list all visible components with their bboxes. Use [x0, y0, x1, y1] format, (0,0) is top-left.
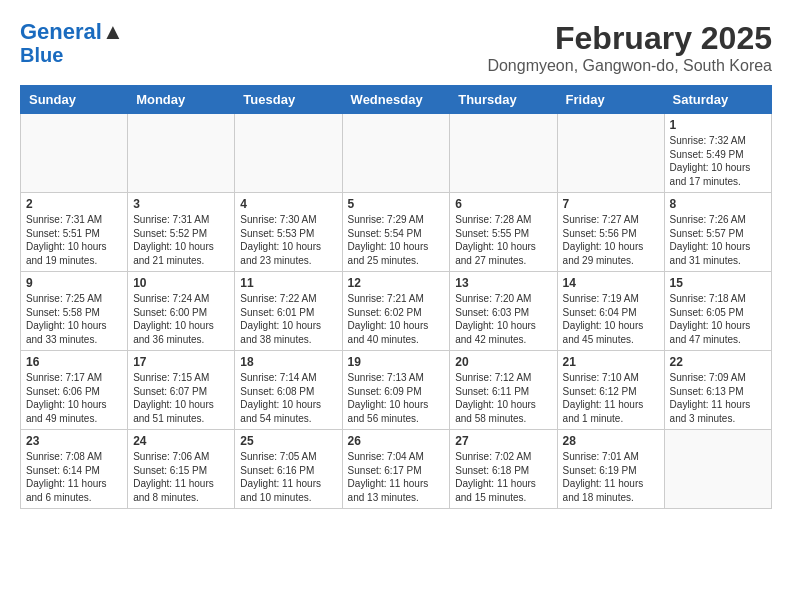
day-info: Sunrise: 7:22 AM Sunset: 6:01 PM Dayligh…: [240, 292, 336, 346]
day-number: 18: [240, 355, 336, 369]
weekday-header-row: SundayMondayTuesdayWednesdayThursdayFrid…: [21, 86, 772, 114]
day-info: Sunrise: 7:25 AM Sunset: 5:58 PM Dayligh…: [26, 292, 122, 346]
calendar-subtitle: Dongmyeon, Gangwon-do, South Korea: [487, 57, 772, 75]
day-info: Sunrise: 7:13 AM Sunset: 6:09 PM Dayligh…: [348, 371, 445, 425]
day-info: Sunrise: 7:02 AM Sunset: 6:18 PM Dayligh…: [455, 450, 551, 504]
day-number: 13: [455, 276, 551, 290]
weekday-header-tuesday: Tuesday: [235, 86, 342, 114]
day-info: Sunrise: 7:29 AM Sunset: 5:54 PM Dayligh…: [348, 213, 445, 267]
calendar-cell: 3Sunrise: 7:31 AM Sunset: 5:52 PM Daylig…: [128, 193, 235, 272]
day-number: 23: [26, 434, 122, 448]
day-number: 14: [563, 276, 659, 290]
day-info: Sunrise: 7:12 AM Sunset: 6:11 PM Dayligh…: [455, 371, 551, 425]
calendar-cell: 7Sunrise: 7:27 AM Sunset: 5:56 PM Daylig…: [557, 193, 664, 272]
day-number: 15: [670, 276, 766, 290]
calendar-cell: 5Sunrise: 7:29 AM Sunset: 5:54 PM Daylig…: [342, 193, 450, 272]
page-header: General▲ Blue February 2025 Dongmyeon, G…: [20, 20, 772, 75]
calendar-week-2: 2Sunrise: 7:31 AM Sunset: 5:51 PM Daylig…: [21, 193, 772, 272]
calendar-cell: 14Sunrise: 7:19 AM Sunset: 6:04 PM Dayli…: [557, 272, 664, 351]
calendar-cell: 26Sunrise: 7:04 AM Sunset: 6:17 PM Dayli…: [342, 430, 450, 509]
day-number: 27: [455, 434, 551, 448]
day-info: Sunrise: 7:06 AM Sunset: 6:15 PM Dayligh…: [133, 450, 229, 504]
day-info: Sunrise: 7:14 AM Sunset: 6:08 PM Dayligh…: [240, 371, 336, 425]
day-number: 19: [348, 355, 445, 369]
day-number: 11: [240, 276, 336, 290]
day-info: Sunrise: 7:30 AM Sunset: 5:53 PM Dayligh…: [240, 213, 336, 267]
calendar-cell: 2Sunrise: 7:31 AM Sunset: 5:51 PM Daylig…: [21, 193, 128, 272]
day-number: 4: [240, 197, 336, 211]
day-info: Sunrise: 7:15 AM Sunset: 6:07 PM Dayligh…: [133, 371, 229, 425]
logo: General▲ Blue: [20, 20, 124, 66]
day-number: 9: [26, 276, 122, 290]
calendar-cell: 28Sunrise: 7:01 AM Sunset: 6:19 PM Dayli…: [557, 430, 664, 509]
day-number: 21: [563, 355, 659, 369]
logo-text-blue: Blue: [20, 44, 63, 66]
day-number: 10: [133, 276, 229, 290]
calendar-week-1: 1Sunrise: 7:32 AM Sunset: 5:49 PM Daylig…: [21, 114, 772, 193]
day-info: Sunrise: 7:26 AM Sunset: 5:57 PM Dayligh…: [670, 213, 766, 267]
calendar-cell: 18Sunrise: 7:14 AM Sunset: 6:08 PM Dayli…: [235, 351, 342, 430]
calendar-cell: 4Sunrise: 7:30 AM Sunset: 5:53 PM Daylig…: [235, 193, 342, 272]
day-number: 7: [563, 197, 659, 211]
day-number: 20: [455, 355, 551, 369]
calendar-cell: [128, 114, 235, 193]
weekday-header-thursday: Thursday: [450, 86, 557, 114]
day-number: 6: [455, 197, 551, 211]
calendar-cell: 13Sunrise: 7:20 AM Sunset: 6:03 PM Dayli…: [450, 272, 557, 351]
day-number: 24: [133, 434, 229, 448]
day-number: 16: [26, 355, 122, 369]
weekday-header-friday: Friday: [557, 86, 664, 114]
day-number: 22: [670, 355, 766, 369]
calendar-cell: 9Sunrise: 7:25 AM Sunset: 5:58 PM Daylig…: [21, 272, 128, 351]
calendar-cell: 22Sunrise: 7:09 AM Sunset: 6:13 PM Dayli…: [664, 351, 771, 430]
calendar-cell: 27Sunrise: 7:02 AM Sunset: 6:18 PM Dayli…: [450, 430, 557, 509]
calendar-table: SundayMondayTuesdayWednesdayThursdayFrid…: [20, 85, 772, 509]
day-number: 17: [133, 355, 229, 369]
weekday-header-sunday: Sunday: [21, 86, 128, 114]
title-area: February 2025 Dongmyeon, Gangwon-do, Sou…: [487, 20, 772, 75]
day-info: Sunrise: 7:08 AM Sunset: 6:14 PM Dayligh…: [26, 450, 122, 504]
day-number: 5: [348, 197, 445, 211]
calendar-cell: 11Sunrise: 7:22 AM Sunset: 6:01 PM Dayli…: [235, 272, 342, 351]
calendar-cell: 16Sunrise: 7:17 AM Sunset: 6:06 PM Dayli…: [21, 351, 128, 430]
calendar-cell: 25Sunrise: 7:05 AM Sunset: 6:16 PM Dayli…: [235, 430, 342, 509]
day-number: 2: [26, 197, 122, 211]
day-number: 28: [563, 434, 659, 448]
day-info: Sunrise: 7:01 AM Sunset: 6:19 PM Dayligh…: [563, 450, 659, 504]
day-info: Sunrise: 7:24 AM Sunset: 6:00 PM Dayligh…: [133, 292, 229, 346]
calendar-cell: 24Sunrise: 7:06 AM Sunset: 6:15 PM Dayli…: [128, 430, 235, 509]
day-info: Sunrise: 7:19 AM Sunset: 6:04 PM Dayligh…: [563, 292, 659, 346]
calendar-cell: [235, 114, 342, 193]
day-info: Sunrise: 7:17 AM Sunset: 6:06 PM Dayligh…: [26, 371, 122, 425]
calendar-week-3: 9Sunrise: 7:25 AM Sunset: 5:58 PM Daylig…: [21, 272, 772, 351]
calendar-cell: [21, 114, 128, 193]
day-info: Sunrise: 7:04 AM Sunset: 6:17 PM Dayligh…: [348, 450, 445, 504]
day-info: Sunrise: 7:27 AM Sunset: 5:56 PM Dayligh…: [563, 213, 659, 267]
calendar-cell: 17Sunrise: 7:15 AM Sunset: 6:07 PM Dayli…: [128, 351, 235, 430]
day-number: 26: [348, 434, 445, 448]
calendar-cell: 19Sunrise: 7:13 AM Sunset: 6:09 PM Dayli…: [342, 351, 450, 430]
weekday-header-saturday: Saturday: [664, 86, 771, 114]
calendar-cell: [342, 114, 450, 193]
calendar-week-4: 16Sunrise: 7:17 AM Sunset: 6:06 PM Dayli…: [21, 351, 772, 430]
day-info: Sunrise: 7:18 AM Sunset: 6:05 PM Dayligh…: [670, 292, 766, 346]
calendar-cell: 15Sunrise: 7:18 AM Sunset: 6:05 PM Dayli…: [664, 272, 771, 351]
calendar-cell: 1Sunrise: 7:32 AM Sunset: 5:49 PM Daylig…: [664, 114, 771, 193]
calendar-cell: 10Sunrise: 7:24 AM Sunset: 6:00 PM Dayli…: [128, 272, 235, 351]
day-info: Sunrise: 7:28 AM Sunset: 5:55 PM Dayligh…: [455, 213, 551, 267]
day-number: 3: [133, 197, 229, 211]
calendar-cell: 12Sunrise: 7:21 AM Sunset: 6:02 PM Dayli…: [342, 272, 450, 351]
day-info: Sunrise: 7:31 AM Sunset: 5:52 PM Dayligh…: [133, 213, 229, 267]
calendar-cell: 21Sunrise: 7:10 AM Sunset: 6:12 PM Dayli…: [557, 351, 664, 430]
day-info: Sunrise: 7:09 AM Sunset: 6:13 PM Dayligh…: [670, 371, 766, 425]
day-number: 12: [348, 276, 445, 290]
day-info: Sunrise: 7:32 AM Sunset: 5:49 PM Dayligh…: [670, 134, 766, 188]
calendar-cell: 8Sunrise: 7:26 AM Sunset: 5:57 PM Daylig…: [664, 193, 771, 272]
calendar-cell: [450, 114, 557, 193]
weekday-header-monday: Monday: [128, 86, 235, 114]
calendar-cell: [664, 430, 771, 509]
day-number: 25: [240, 434, 336, 448]
calendar-cell: 23Sunrise: 7:08 AM Sunset: 6:14 PM Dayli…: [21, 430, 128, 509]
weekday-header-wednesday: Wednesday: [342, 86, 450, 114]
day-info: Sunrise: 7:20 AM Sunset: 6:03 PM Dayligh…: [455, 292, 551, 346]
